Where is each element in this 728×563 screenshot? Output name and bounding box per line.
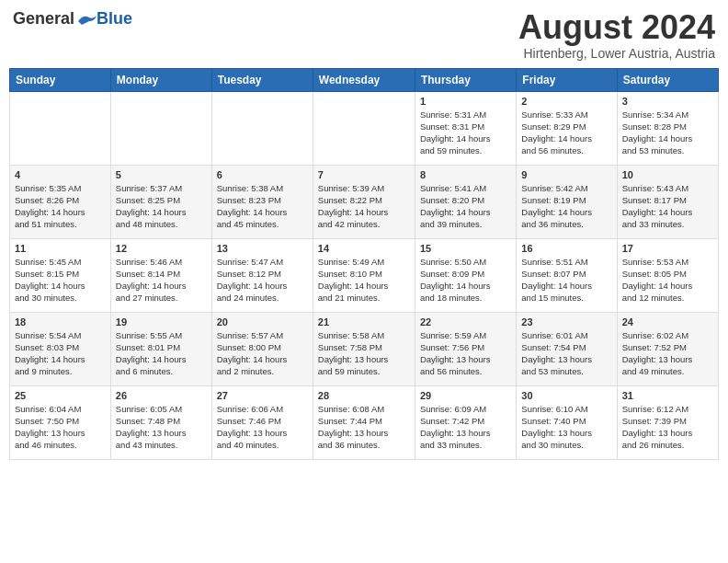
day-info: Sunrise: 5:47 AM Sunset: 8:12 PM Dayligh… bbox=[217, 256, 308, 304]
title-block: August 2024 Hirtenberg, Lower Austria, A… bbox=[518, 9, 715, 61]
calendar-week-row: 25Sunrise: 6:04 AM Sunset: 7:50 PM Dayli… bbox=[10, 385, 719, 459]
logo-general-text: General bbox=[13, 9, 74, 29]
day-info: Sunrise: 5:45 AM Sunset: 8:15 PM Dayligh… bbox=[15, 256, 106, 304]
day-info: Sunrise: 5:59 AM Sunset: 7:56 PM Dayligh… bbox=[420, 329, 511, 378]
calendar-day-cell: 18Sunrise: 5:54 AM Sunset: 8:03 PM Dayli… bbox=[10, 312, 111, 385]
day-info: Sunrise: 5:37 AM Sunset: 8:25 PM Dayligh… bbox=[116, 182, 207, 231]
day-info: Sunrise: 5:51 AM Sunset: 8:07 PM Dayligh… bbox=[521, 256, 611, 304]
calendar-day-cell: 26Sunrise: 6:05 AM Sunset: 7:48 PM Dayli… bbox=[110, 385, 211, 459]
calendar-day-cell: 13Sunrise: 5:47 AM Sunset: 8:12 PM Dayli… bbox=[211, 238, 313, 312]
weekday-header-saturday: Saturday bbox=[617, 68, 718, 91]
calendar-day-cell bbox=[10, 91, 111, 165]
calendar-day-cell: 8Sunrise: 5:41 AM Sunset: 8:20 PM Daylig… bbox=[415, 165, 516, 238]
calendar-day-cell bbox=[313, 91, 415, 165]
calendar-day-cell: 24Sunrise: 6:02 AM Sunset: 7:52 PM Dayli… bbox=[617, 312, 718, 385]
day-number: 19 bbox=[116, 316, 207, 327]
day-info: Sunrise: 6:08 AM Sunset: 7:44 PM Dayligh… bbox=[318, 403, 410, 452]
day-number: 17 bbox=[622, 243, 713, 254]
day-info: Sunrise: 5:49 AM Sunset: 8:10 PM Dayligh… bbox=[318, 256, 410, 304]
day-info: Sunrise: 6:10 AM Sunset: 7:40 PM Dayligh… bbox=[521, 403, 611, 452]
calendar-day-cell: 15Sunrise: 5:50 AM Sunset: 8:09 PM Dayli… bbox=[415, 238, 516, 312]
calendar-week-row: 18Sunrise: 5:54 AM Sunset: 8:03 PM Dayli… bbox=[10, 312, 719, 385]
calendar-day-cell: 3Sunrise: 5:34 AM Sunset: 8:28 PM Daylig… bbox=[617, 91, 718, 165]
calendar-week-row: 4Sunrise: 5:35 AM Sunset: 8:26 PM Daylig… bbox=[10, 165, 719, 238]
calendar-table: SundayMondayTuesdayWednesdayThursdayFrid… bbox=[9, 68, 719, 460]
calendar-day-cell: 17Sunrise: 5:53 AM Sunset: 8:05 PM Dayli… bbox=[617, 238, 718, 312]
day-number: 14 bbox=[318, 243, 410, 254]
calendar-day-cell bbox=[211, 91, 313, 165]
day-info: Sunrise: 6:06 AM Sunset: 7:46 PM Dayligh… bbox=[217, 403, 308, 452]
day-info: Sunrise: 6:09 AM Sunset: 7:42 PM Dayligh… bbox=[420, 403, 511, 452]
day-info: Sunrise: 5:53 AM Sunset: 8:05 PM Dayligh… bbox=[622, 256, 713, 304]
day-info: Sunrise: 5:50 AM Sunset: 8:09 PM Dayligh… bbox=[420, 256, 511, 304]
calendar-day-cell: 22Sunrise: 5:59 AM Sunset: 7:56 PM Dayli… bbox=[415, 312, 516, 385]
day-info: Sunrise: 5:38 AM Sunset: 8:23 PM Dayligh… bbox=[217, 182, 308, 231]
calendar-week-row: 11Sunrise: 5:45 AM Sunset: 8:15 PM Dayli… bbox=[10, 238, 719, 312]
day-info: Sunrise: 5:41 AM Sunset: 8:20 PM Dayligh… bbox=[420, 182, 511, 231]
calendar-day-cell: 6Sunrise: 5:38 AM Sunset: 8:23 PM Daylig… bbox=[211, 165, 313, 238]
day-info: Sunrise: 5:43 AM Sunset: 8:17 PM Dayligh… bbox=[622, 182, 713, 231]
weekday-header-wednesday: Wednesday bbox=[313, 68, 415, 91]
calendar-day-cell: 5Sunrise: 5:37 AM Sunset: 8:25 PM Daylig… bbox=[110, 165, 211, 238]
calendar-day-cell: 16Sunrise: 5:51 AM Sunset: 8:07 PM Dayli… bbox=[517, 238, 617, 312]
logo-bird-icon bbox=[76, 12, 97, 27]
day-number: 21 bbox=[318, 316, 410, 327]
day-info: Sunrise: 5:35 AM Sunset: 8:26 PM Dayligh… bbox=[15, 182, 106, 231]
day-number: 23 bbox=[521, 316, 611, 327]
day-number: 18 bbox=[15, 316, 106, 327]
day-number: 26 bbox=[116, 390, 207, 401]
day-number: 16 bbox=[521, 243, 611, 254]
weekday-header-monday: Monday bbox=[110, 68, 211, 91]
day-number: 12 bbox=[116, 243, 207, 254]
calendar-day-cell: 29Sunrise: 6:09 AM Sunset: 7:42 PM Dayli… bbox=[415, 385, 516, 459]
day-number: 2 bbox=[521, 96, 611, 107]
calendar-day-cell: 28Sunrise: 6:08 AM Sunset: 7:44 PM Dayli… bbox=[313, 385, 415, 459]
logo-blue-text: Blue bbox=[97, 9, 132, 29]
day-number: 7 bbox=[318, 169, 410, 180]
day-number: 27 bbox=[217, 390, 308, 401]
calendar-day-cell: 19Sunrise: 5:55 AM Sunset: 8:01 PM Dayli… bbox=[110, 312, 211, 385]
calendar-day-cell: 7Sunrise: 5:39 AM Sunset: 8:22 PM Daylig… bbox=[313, 165, 415, 238]
day-info: Sunrise: 6:02 AM Sunset: 7:52 PM Dayligh… bbox=[622, 329, 713, 378]
day-number: 10 bbox=[622, 169, 713, 180]
day-info: Sunrise: 5:34 AM Sunset: 8:28 PM Dayligh… bbox=[622, 109, 713, 157]
day-number: 3 bbox=[622, 96, 713, 107]
logo: General Blue bbox=[13, 9, 132, 29]
day-number: 6 bbox=[217, 169, 308, 180]
day-number: 25 bbox=[15, 390, 106, 401]
day-number: 24 bbox=[622, 316, 713, 327]
calendar-day-cell: 2Sunrise: 5:33 AM Sunset: 8:29 PM Daylig… bbox=[517, 91, 617, 165]
calendar-day-cell: 9Sunrise: 5:42 AM Sunset: 8:19 PM Daylig… bbox=[517, 165, 617, 238]
calendar-day-cell bbox=[110, 91, 211, 165]
weekday-header-tuesday: Tuesday bbox=[211, 68, 313, 91]
calendar-day-cell: 4Sunrise: 5:35 AM Sunset: 8:26 PM Daylig… bbox=[10, 165, 111, 238]
calendar-day-cell: 27Sunrise: 6:06 AM Sunset: 7:46 PM Dayli… bbox=[211, 385, 313, 459]
calendar-day-cell: 14Sunrise: 5:49 AM Sunset: 8:10 PM Dayli… bbox=[313, 238, 415, 312]
calendar-header-row: SundayMondayTuesdayWednesdayThursdayFrid… bbox=[10, 68, 719, 91]
day-info: Sunrise: 5:33 AM Sunset: 8:29 PM Dayligh… bbox=[521, 109, 611, 157]
day-info: Sunrise: 5:57 AM Sunset: 8:00 PM Dayligh… bbox=[217, 329, 308, 378]
calendar-day-cell: 25Sunrise: 6:04 AM Sunset: 7:50 PM Dayli… bbox=[10, 385, 111, 459]
day-number: 22 bbox=[420, 316, 511, 327]
page-header: General Blue August 2024 Hirtenberg, Low… bbox=[9, 9, 719, 61]
calendar-day-cell: 20Sunrise: 5:57 AM Sunset: 8:00 PM Dayli… bbox=[211, 312, 313, 385]
day-info: Sunrise: 6:05 AM Sunset: 7:48 PM Dayligh… bbox=[116, 403, 207, 452]
weekday-header-thursday: Thursday bbox=[415, 68, 516, 91]
day-info: Sunrise: 6:12 AM Sunset: 7:39 PM Dayligh… bbox=[622, 403, 713, 452]
calendar-day-cell: 12Sunrise: 5:46 AM Sunset: 8:14 PM Dayli… bbox=[110, 238, 211, 312]
weekday-header-sunday: Sunday bbox=[10, 68, 111, 91]
calendar-day-cell: 1Sunrise: 5:31 AM Sunset: 8:31 PM Daylig… bbox=[415, 91, 516, 165]
calendar-day-cell: 31Sunrise: 6:12 AM Sunset: 7:39 PM Dayli… bbox=[617, 385, 718, 459]
day-number: 11 bbox=[15, 243, 106, 254]
day-number: 31 bbox=[622, 390, 713, 401]
calendar-week-row: 1Sunrise: 5:31 AM Sunset: 8:31 PM Daylig… bbox=[10, 91, 719, 165]
day-number: 1 bbox=[420, 96, 511, 107]
day-info: Sunrise: 5:42 AM Sunset: 8:19 PM Dayligh… bbox=[521, 182, 611, 231]
day-info: Sunrise: 5:55 AM Sunset: 8:01 PM Dayligh… bbox=[116, 329, 207, 378]
month-title: August 2024 bbox=[518, 9, 715, 46]
day-number: 29 bbox=[420, 390, 511, 401]
day-number: 28 bbox=[318, 390, 410, 401]
calendar-day-cell: 21Sunrise: 5:58 AM Sunset: 7:58 PM Dayli… bbox=[313, 312, 415, 385]
day-number: 30 bbox=[521, 390, 611, 401]
day-info: Sunrise: 5:58 AM Sunset: 7:58 PM Dayligh… bbox=[318, 329, 410, 378]
